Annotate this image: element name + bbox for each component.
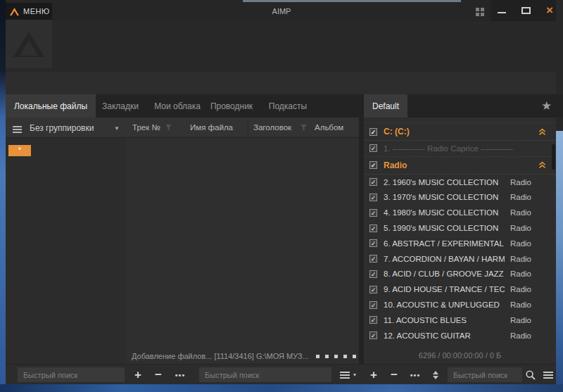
tab-label: Проводник xyxy=(210,101,253,111)
skin-grid-icon[interactable] xyxy=(476,8,484,16)
row-label: 7. ACCORDION / BAYAN / HARMON xyxy=(384,255,505,263)
playlist-track-row[interactable]: ✓5. 1990's MUSIC COLLECTIONRadio xyxy=(364,220,556,236)
collapse-chevron-icon[interactable] xyxy=(538,128,546,136)
playlist-group-row[interactable]: ✓Radio xyxy=(364,156,556,175)
column-track[interactable]: Трек № xyxy=(132,123,160,132)
row-album: Radio xyxy=(510,255,531,263)
maximize-button[interactable] xyxy=(521,7,531,14)
column-title[interactable]: Заголовок xyxy=(253,123,291,132)
view-menu-button[interactable]: ▼ xyxy=(336,365,361,384)
row-label: 5. 1990's MUSIC COLLECTION xyxy=(384,224,505,232)
row-checkbox[interactable]: ✓ xyxy=(369,255,377,263)
playlist-track-row[interactable]: ✓8. ACID / CLUB / GROOVE JAZZRadio xyxy=(364,267,556,282)
playlist-track-row[interactable]: ✓11. ACOUSTIC BLUESRadio xyxy=(364,312,556,328)
row-checkbox[interactable]: ✓ xyxy=(369,270,377,278)
row-checkbox[interactable]: ✓ xyxy=(369,194,377,201)
collapse-chevron-icon[interactable] xyxy=(538,161,546,169)
row-checkbox[interactable]: ✓ xyxy=(369,225,377,232)
row-checkbox[interactable]: ✓ xyxy=(369,331,377,339)
playlist-track-row[interactable]: ✓1. ------------ Radio Caprice ---------… xyxy=(364,141,556,156)
filter-icon[interactable] xyxy=(165,125,172,130)
player-lower-band xyxy=(0,72,556,94)
remove-button[interactable]: − xyxy=(151,365,166,384)
hamburger-icon xyxy=(543,370,553,380)
search-input-files[interactable] xyxy=(199,367,331,382)
playlist-track-row[interactable]: ✓12. ACOUSTIC GUITARRadio xyxy=(364,328,556,343)
tab-explorer[interactable]: Проводник xyxy=(208,94,255,118)
titlebar: МЕНЮ AIMP × xyxy=(0,0,556,21)
playlist-track-row[interactable]: ✓2. 1960's MUSIC COLLECTIONRadio xyxy=(364,175,556,190)
minimize-button[interactable] xyxy=(498,12,506,13)
playlist-more-button[interactable]: ••• xyxy=(407,365,424,384)
desktop-top xyxy=(243,0,461,2)
close-button[interactable]: × xyxy=(543,4,557,18)
grouping-menu-icon[interactable] xyxy=(13,125,22,134)
magnifier-icon xyxy=(526,370,536,380)
row-checkbox[interactable]: ✓ xyxy=(369,144,377,152)
playlist-track-row[interactable]: ✓6. ABSTRACT / EXPERIMENTAL HIP-HOPRadio xyxy=(364,236,556,251)
playlist-add-button[interactable]: + xyxy=(366,365,381,384)
row-checkbox[interactable]: ✓ xyxy=(369,239,377,247)
tab-label: Default xyxy=(372,101,399,111)
row-label: C: (C:) xyxy=(384,127,538,137)
row-album: Radio xyxy=(510,239,531,248)
row-checkbox[interactable]: ✓ xyxy=(369,128,377,136)
row-checkbox[interactable]: ✓ xyxy=(369,301,377,309)
row-album: Radio xyxy=(510,285,531,293)
row-checkbox[interactable]: ✓ xyxy=(369,161,377,169)
tab-label: Закладки xyxy=(102,101,139,111)
row-checkbox[interactable]: ✓ xyxy=(369,209,377,217)
grouping-header[interactable]: Без группировки ▼ xyxy=(6,118,126,138)
bottom-toolbar: + − ••• ▼ + − ••• xyxy=(0,364,556,384)
row-checkbox[interactable]: ✓ xyxy=(369,286,377,293)
playlist-track-row[interactable]: ✓9. ACID HOUSE / TRANCE / TECHNORadio xyxy=(364,282,556,297)
row-label: 9. ACID HOUSE / TRANCE / TECHNO xyxy=(384,285,505,293)
status-row: Добавление файлов... [1114/3416] G:\МОЯ … xyxy=(126,348,359,364)
playlist-track-row[interactable]: ✓4. 1980's MUSIC COLLECTIONRadio xyxy=(364,205,556,220)
tab-bookmarks[interactable]: Закладки xyxy=(99,94,142,118)
bookmark-star-icon[interactable]: ★ xyxy=(541,99,552,113)
sort-button[interactable] xyxy=(428,365,443,384)
group-item-all[interactable]: * xyxy=(8,145,31,156)
row-label: 4. 1980's MUSIC COLLECTION xyxy=(384,208,505,217)
player-area xyxy=(0,21,556,72)
add-button[interactable]: + xyxy=(130,365,146,384)
row-checkbox[interactable]: ✓ xyxy=(369,178,377,186)
search-button[interactable] xyxy=(522,365,539,384)
file-list-panel: Трек № Имя файла Заголовок Альбом Добавл… xyxy=(126,118,359,364)
more-button[interactable]: ••• xyxy=(172,365,189,384)
chevron-down-icon[interactable]: ▼ xyxy=(114,125,120,132)
playlist-remove-button[interactable]: − xyxy=(386,365,402,384)
row-album: Radio xyxy=(510,331,531,340)
tab-label: Мои облака xyxy=(154,101,201,111)
column-filename[interactable]: Имя файла xyxy=(190,123,233,132)
playlist-track-row[interactable]: ✓7. ACCORDION / BAYAN / HARMONRadio xyxy=(364,251,556,267)
row-album: Radio xyxy=(510,193,531,201)
playlist-panel: ✓C: (C:)✓1. ------------ Radio Caprice -… xyxy=(364,118,556,364)
tab-podcasts[interactable]: Подкасты xyxy=(265,94,311,118)
tab-playlist-default[interactable]: Default xyxy=(364,94,407,118)
row-checkbox[interactable]: ✓ xyxy=(369,316,377,324)
playlist-track-row[interactable]: ✓3. 1970's MUSIC COLLECTIONRadio xyxy=(364,190,556,206)
panel-divider[interactable] xyxy=(359,118,364,364)
row-album: Radio xyxy=(510,208,531,217)
column-album[interactable]: Альбом xyxy=(315,123,343,132)
search-input-playlist[interactable] xyxy=(448,367,522,382)
playlist-scrollbar-thumb[interactable] xyxy=(552,144,555,170)
playlist-menu-button[interactable] xyxy=(540,365,556,384)
aimp-window: МЕНЮ AIMP × xyxy=(0,0,563,392)
search-input-groups[interactable] xyxy=(18,367,125,382)
playlist-rows: ✓C: (C:)✓1. ------------ Radio Caprice -… xyxy=(364,122,556,343)
tab-local-files[interactable]: Локальные файлы xyxy=(6,94,96,118)
row-label: 2. 1960's MUSIC COLLECTION xyxy=(384,178,505,186)
playlist-group-row[interactable]: ✓C: (C:) xyxy=(364,122,556,141)
filter-icon[interactable] xyxy=(301,125,307,130)
row-album: Radio xyxy=(510,224,531,232)
desktop-left xyxy=(0,0,6,392)
row-label: Radio xyxy=(384,160,538,170)
tab-my-clouds[interactable]: Мои облака xyxy=(149,94,205,118)
desktop-right xyxy=(556,131,563,392)
playlist-track-row[interactable]: ✓10. ACOUSTIC & UNPLUGGEDRadio xyxy=(364,297,556,312)
row-label: 1. ------------ Radio Caprice ----------… xyxy=(384,144,526,153)
column-divider xyxy=(248,118,248,138)
